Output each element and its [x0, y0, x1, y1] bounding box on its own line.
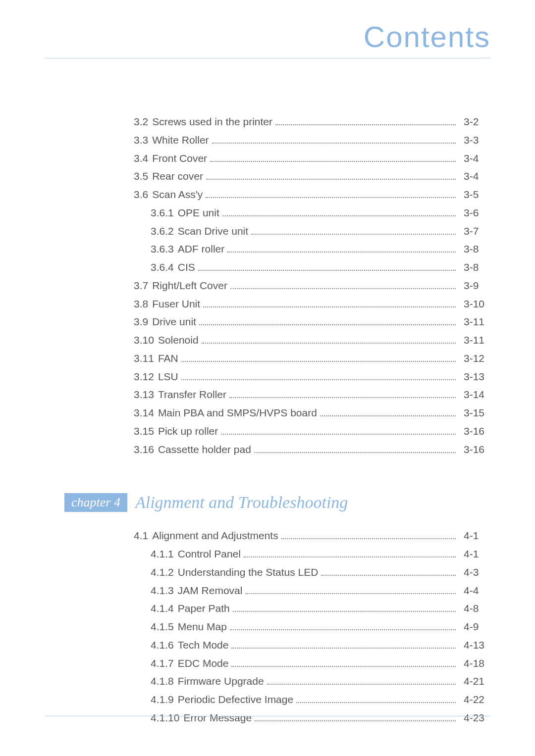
toc-leader-dots	[199, 324, 456, 325]
toc-entry-title: 4.1.7EDC Mode	[151, 655, 228, 673]
toc-entry-title: 3.11FAN	[134, 350, 178, 368]
toc-entry: 3.3White Roller3-3	[134, 131, 485, 150]
toc-entry-page: 4-21	[459, 672, 485, 691]
toc-entry: 4.1.3JAM Removal4-4	[134, 582, 485, 600]
toc-entry-number: 4.1.9	[151, 694, 174, 705]
toc-section-4: 4.1Alignment and Adjustments4-14.1.1Cont…	[134, 527, 485, 727]
toc-entry-title: 3.6.4CIS	[151, 258, 195, 277]
toc-leader-dots	[210, 161, 456, 162]
toc-entry-number: 4.1.5	[151, 621, 174, 632]
toc-entry-page: 3-8	[459, 258, 485, 277]
toc-leader-dots	[296, 702, 456, 703]
toc-entry-text: Periodic Defective Image	[178, 694, 293, 705]
toc-leader-dots	[203, 306, 456, 307]
toc-entry-text: JAM Removal	[178, 585, 243, 596]
toc-entry: 3.15Pick up roller3-16	[134, 422, 485, 441]
chapter-title: Alignment and Troubleshooting	[135, 493, 348, 512]
toc-entry-page: 4-1	[459, 545, 485, 563]
toc-entry-text: Menu Map	[178, 621, 227, 632]
toc-entry-page: 4-22	[459, 691, 485, 709]
toc-entry-page: 3-4	[459, 150, 485, 168]
toc-entry-title: 3.14Main PBA and SMPS/HVPS board	[134, 404, 317, 422]
toc-entry-title: 3.15Pick up roller	[134, 422, 218, 441]
toc-entry-text: Solenoid	[158, 334, 199, 346]
toc-entry-title: 3.5Rear cover	[134, 167, 203, 186]
toc-entry-title: 3.13Transfer Roller	[134, 386, 226, 404]
toc-entry-page: 3-14	[459, 386, 485, 404]
toc-entry-text: Pick up roller	[158, 425, 218, 437]
toc-entry-page: 3-11	[459, 313, 485, 331]
toc-leader-dots	[255, 720, 456, 721]
toc-entry-text: Alignment and Adjustments	[152, 530, 278, 541]
toc-entry-number: 4.1	[134, 530, 148, 541]
toc-entry-text: LSU	[158, 371, 178, 382]
toc-entry-text: Transfer Roller	[158, 389, 226, 400]
toc-entry-title: 4.1.4Paper Path	[151, 600, 230, 618]
toc-entry: 3.11FAN3-12	[134, 350, 485, 368]
toc-entry-title: 3.4Front Cover	[134, 150, 207, 168]
toc-leader-dots	[229, 397, 456, 398]
toc-leader-dots	[227, 252, 456, 252]
toc-entry-page: 4-1	[459, 527, 485, 545]
toc-leader-dots	[231, 666, 456, 667]
toc-entry-text: Paper Path	[178, 603, 230, 614]
toc-entry-title: 3.3White Roller	[134, 131, 209, 150]
toc-entry-number: 3.6.4	[151, 261, 174, 273]
toc-entry: 4.1.10Error Message4-23	[134, 709, 485, 727]
toc-section-3: 3.2Screws used in the printer3-23.3White…	[134, 113, 485, 458]
toc-entry-title: 3.6.3ADF roller	[151, 240, 224, 258]
toc-entry-page: 3-13	[459, 368, 485, 386]
toc-leader-dots	[251, 234, 456, 235]
toc-entry-number: 3.7	[134, 280, 148, 291]
toc-leader-dots	[230, 288, 456, 289]
toc-leader-dots	[254, 452, 456, 453]
toc-entry-page: 4-9	[459, 618, 485, 636]
toc-entry: 3.12LSU3-13	[134, 368, 485, 386]
toc-entry: 3.8Fuser Unit3-10	[134, 295, 485, 313]
toc-entry-text: Cassette holder pad	[158, 444, 251, 455]
toc-entry-title: 3.6Scan Ass'y	[134, 186, 203, 204]
toc-entry-text: CIS	[178, 261, 195, 273]
toc-entry: 3.16Cassette holder pad3-16	[134, 441, 485, 459]
toc-entry-number: 3.16	[134, 444, 154, 455]
toc-entry: 4.1Alignment and Adjustments4-1	[134, 527, 485, 545]
page-container: Contents 3.2Screws used in the printer3-…	[0, 0, 535, 756]
toc-entry-title: 4.1.6Tech Mode	[151, 636, 228, 655]
toc-entry: 4.1.9Periodic Defective Image4-22	[134, 691, 485, 709]
toc-leader-dots	[198, 270, 456, 271]
toc-entry-number: 3.8	[134, 298, 148, 309]
toc-entry-page: 3-4	[459, 167, 485, 186]
toc-leader-dots	[275, 124, 456, 125]
toc-entry-title: 3.6.2Scan Drive unit	[151, 222, 248, 241]
toc-entry-number: 3.3	[134, 134, 148, 146]
toc-entry-number: 4.1.3	[151, 585, 174, 596]
toc-leader-dots	[202, 343, 456, 344]
toc-entry-page: 3-10	[459, 295, 485, 313]
toc-entry: 4.1.6Tech Mode4-13	[134, 636, 485, 655]
toc-entry-page: 4-13	[459, 636, 485, 655]
toc-leader-dots	[212, 143, 456, 144]
toc-entry-page: 3-11	[459, 331, 485, 350]
toc-entry-text: EDC Mode	[178, 657, 229, 669]
toc-entry-page: 3-8	[459, 240, 485, 258]
toc-entry-title: 4.1.10Error Message	[151, 709, 252, 727]
toc-entry-number: 3.11	[134, 353, 154, 364]
toc-entry: 3.2Screws used in the printer3-2	[134, 113, 485, 131]
toc-entry-number: 4.1.6	[151, 639, 174, 651]
toc-entry-title: 3.6.1OPE unit	[151, 204, 219, 222]
toc-entry-number: 4.1.2	[151, 566, 174, 578]
toc-entry-number: 4.1.1	[151, 548, 174, 559]
toc-entry-text: Right/Left Cover	[152, 280, 227, 291]
toc-entry-title: 4.1.2Understanding the Status LED	[151, 563, 318, 582]
toc-entry: 4.1.5Menu Map4-9	[134, 618, 485, 636]
toc-entry-number: 3.10	[134, 334, 154, 346]
toc-entry-number: 4.1.8	[151, 675, 174, 687]
toc-leader-dots	[321, 575, 456, 576]
toc-entry: 4.1.4Paper Path4-8	[134, 600, 485, 618]
toc-entry-text: Rear cover	[152, 170, 203, 182]
toc-entry-page: 3-9	[459, 277, 485, 295]
toc-entry-number: 4.1.10	[151, 712, 179, 723]
toc-entry-text: White Roller	[152, 134, 209, 146]
toc-entry-text: Main PBA and SMPS/HVPS board	[158, 407, 317, 418]
toc-entry-page: 3-15	[459, 404, 485, 422]
